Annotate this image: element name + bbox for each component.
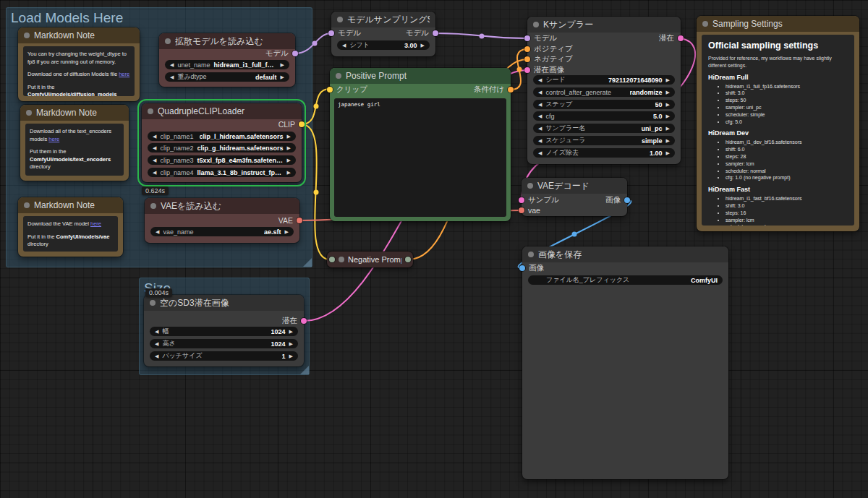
link-midpoint-dot[interactable] <box>314 190 319 195</box>
widget-unet-name[interactable]: ◀ unet_name hidream_i1_full_fp8.s... ▶ <box>165 60 289 69</box>
input-port-positive[interactable]: ポジティブ <box>524 44 573 54</box>
conditioning-port-icon[interactable] <box>524 56 530 62</box>
arrow-left-icon[interactable]: ◀ <box>538 102 542 107</box>
arrow-right-icon[interactable]: ▶ <box>289 341 293 346</box>
input-port-latent-image[interactable]: 潜在画像 <box>524 65 564 75</box>
arrow-left-icon[interactable]: ◀ <box>538 90 542 95</box>
arrow-right-icon[interactable]: ▶ <box>666 113 670 119</box>
input-port-clip[interactable]: クリップ <box>327 85 367 95</box>
collapse-dot-icon[interactable] <box>150 203 156 209</box>
arrow-right-icon[interactable]: ▶ <box>289 329 293 334</box>
widget-shift[interactable]: ◀ シフト 3.00 ▶ <box>337 40 430 50</box>
link-midpoint-dot[interactable] <box>312 41 318 46</box>
download-link[interactable]: here <box>90 220 101 227</box>
widget-batch-size[interactable]: ◀ バッチサイズ 1 ▶ <box>150 351 298 361</box>
arrow-left-icon[interactable]: ◀ <box>538 113 542 119</box>
arrow-left-icon[interactable]: ◀ <box>538 77 542 82</box>
conditioning-port-icon[interactable] <box>524 46 530 52</box>
node-titlebar[interactable]: QuadrupleCLIPLoader <box>142 103 302 119</box>
collapse-dot-icon[interactable] <box>165 38 171 44</box>
node-titlebar[interactable]: Sampling Settings <box>697 16 859 32</box>
node-titlebar[interactable]: Markdown Note <box>18 197 123 213</box>
widget-clip-name2[interactable]: ◀ clip_name2 clip_g_hidream.safetensors … <box>148 143 296 153</box>
output-port-conditioning[interactable]: 条件付け <box>474 85 514 95</box>
node-negative-prompt-collapsed[interactable]: Negative Prompt <box>327 252 413 267</box>
output-port-latent[interactable]: 潜在 <box>282 316 307 326</box>
clip-port-icon[interactable] <box>327 87 333 93</box>
latent-port-icon[interactable] <box>524 67 530 73</box>
download-link[interactable]: here <box>119 71 129 77</box>
widget-denoise[interactable]: ◀ ノイズ除去 1.00 ▶ <box>533 148 675 158</box>
arrow-right-icon[interactable]: ▶ <box>281 62 284 67</box>
arrow-left-icon[interactable]: ◀ <box>538 138 542 143</box>
arrow-right-icon[interactable]: ▶ <box>666 150 670 155</box>
latent-port-icon[interactable] <box>678 35 684 41</box>
widget-scheduler[interactable]: ◀ スケジューラ simple ▶ <box>533 136 675 145</box>
arrow-left-icon[interactable]: ◀ <box>155 353 158 359</box>
arrow-right-icon[interactable]: ▶ <box>287 134 291 139</box>
node-titlebar[interactable]: VAEデコード <box>522 178 627 194</box>
arrow-right-icon[interactable]: ▶ <box>666 138 670 143</box>
arrow-left-icon[interactable]: ◀ <box>538 150 542 155</box>
collapse-dot-icon[interactable] <box>26 110 32 116</box>
arrow-left-icon[interactable]: ◀ <box>155 341 158 346</box>
link-midpoint-dot[interactable] <box>517 67 522 72</box>
arrow-right-icon[interactable]: ▶ <box>666 90 670 95</box>
widget-height[interactable]: ◀ 高さ 1024 ▶ <box>150 339 298 348</box>
arrow-left-icon[interactable]: ◀ <box>153 158 156 163</box>
collapse-dot-icon[interactable] <box>150 300 156 306</box>
widget-seed[interactable]: ◀ シード 792112071648090 ▶ <box>533 75 675 85</box>
node-titlebar[interactable]: VAEを読み込む <box>145 198 299 214</box>
link-midpoint-dot[interactable] <box>314 104 319 109</box>
input-port-images[interactable]: 画像 <box>519 263 544 273</box>
arrow-left-icon[interactable]: ◀ <box>538 126 542 131</box>
arrow-left-icon[interactable]: ◀ <box>153 170 156 175</box>
model-port-icon[interactable] <box>433 30 438 36</box>
collapse-dot-icon[interactable] <box>148 108 153 114</box>
widget-cfg[interactable]: ◀ cfg 5.0 ▶ <box>533 111 675 121</box>
collapse-dot-icon[interactable] <box>24 202 30 208</box>
download-link[interactable]: here <box>48 136 59 142</box>
widget-clip-name1[interactable]: ◀ clip_name1 clip_l_hidream.safetensors … <box>148 132 296 141</box>
image-port-icon[interactable] <box>519 265 525 271</box>
arrow-left-icon[interactable]: ◀ <box>156 229 159 234</box>
node-titlebar[interactable]: Kサンプラー <box>527 17 681 33</box>
arrow-left-icon[interactable]: ◀ <box>342 43 346 48</box>
prompt-textarea[interactable]: japanese girl <box>334 98 506 217</box>
arrow-right-icon[interactable]: ▶ <box>287 145 291 150</box>
arrow-right-icon[interactable]: ▶ <box>287 158 291 163</box>
collapse-dot-icon[interactable] <box>528 252 534 257</box>
node-titlebar[interactable]: モデルサンプリングSD3 <box>331 12 435 27</box>
input-port-vae[interactable]: vae <box>519 205 540 215</box>
arrow-right-icon[interactable]: ▶ <box>666 102 670 107</box>
arrow-right-icon[interactable]: ▶ <box>421 43 425 48</box>
arrow-right-icon[interactable]: ▶ <box>285 229 289 234</box>
link-midpoint-dot[interactable] <box>480 34 485 39</box>
widget-width[interactable]: ◀ 幅 1024 ▶ <box>150 327 298 336</box>
collapse-dot-icon[interactable] <box>337 17 343 22</box>
arrow-left-icon[interactable]: ◀ <box>170 74 174 80</box>
image-port-icon[interactable] <box>624 197 630 203</box>
collapsed-output-port-icon[interactable] <box>405 257 411 262</box>
widget-control-after-generate[interactable]: ◀ control_after_generate randomize ▶ <box>533 87 675 97</box>
node-titlebar[interactable]: Markdown Note <box>18 27 140 43</box>
node-graph-canvas[interactable]: Load Models Here Size Markdown Note <box>0 0 868 498</box>
link-midpoint-dot[interactable] <box>572 232 577 237</box>
model-port-icon[interactable] <box>328 30 334 36</box>
arrow-right-icon[interactable]: ▶ <box>289 353 293 359</box>
arrow-right-icon[interactable]: ▶ <box>287 170 291 175</box>
clip-port-icon[interactable] <box>299 121 305 127</box>
collapse-dot-icon[interactable] <box>336 73 341 79</box>
latent-port-icon[interactable] <box>301 318 307 324</box>
arrow-right-icon[interactable]: ▶ <box>666 77 670 82</box>
widget-weight-dtype[interactable]: ◀ 重みdtype default ▶ <box>165 72 289 82</box>
arrow-right-icon[interactable]: ▶ <box>666 126 670 131</box>
output-port-clip[interactable]: CLIP <box>278 119 305 129</box>
model-port-icon[interactable] <box>292 51 298 56</box>
input-port-model[interactable]: モデル <box>524 33 557 43</box>
node-titlebar[interactable]: Markdown Note <box>20 105 129 121</box>
widget-steps[interactable]: ◀ ステップ 50 ▶ <box>533 100 675 109</box>
widget-vae-name[interactable]: ◀ vae_name ae.sft ▶ <box>150 227 294 236</box>
model-port-icon[interactable] <box>524 35 530 41</box>
node-titlebar[interactable]: Positive Prompt <box>330 68 511 84</box>
